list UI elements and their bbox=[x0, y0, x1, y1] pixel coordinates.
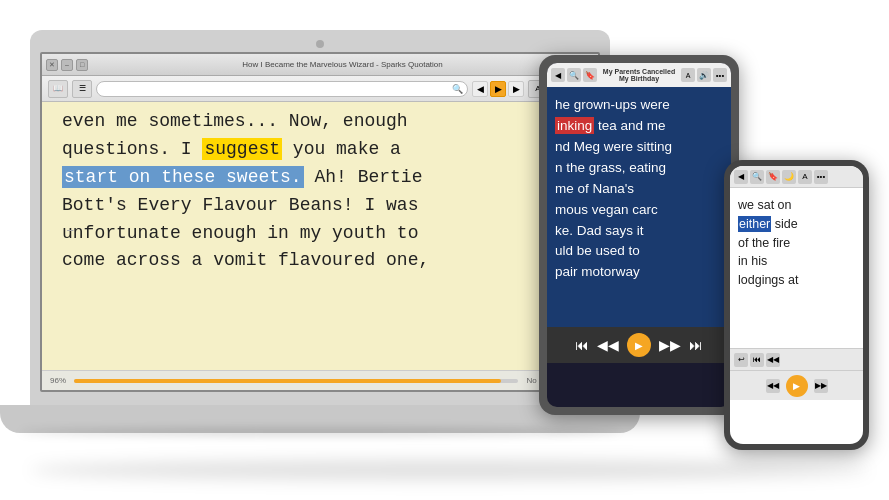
tablet-search-icon[interactable]: 🔍 bbox=[567, 68, 581, 82]
tablet-line4: me of Nana's bbox=[555, 179, 723, 200]
laptop-navbar: 📖 ☰ 🔍 ◀ ▶ ▶ A ⚙ ? bbox=[42, 76, 598, 102]
phone-line3: in his bbox=[738, 252, 855, 271]
play-btn[interactable]: ▶ bbox=[490, 81, 506, 97]
phone-player: ◀◀ ▶ ▶▶ bbox=[730, 370, 863, 400]
nav-controls: ◀ ▶ ▶ bbox=[472, 81, 524, 97]
phone-text-line3: in his bbox=[738, 254, 767, 268]
content-line6: come across a vomit flavoured one, bbox=[62, 247, 578, 275]
tablet-font-icon[interactable]: A bbox=[681, 68, 695, 82]
phone-search-icon[interactable]: 🔍 bbox=[750, 170, 764, 184]
phone-book-content: we sat on either side of the fire in his… bbox=[730, 188, 863, 348]
prev-btn[interactable]: ◀ bbox=[472, 81, 488, 97]
phone-toolbar-bottom: ↩ ⏮ ◀◀ bbox=[730, 348, 863, 370]
tablet-device: ◀ 🔍 🔖 My Parents Cancelled My Birthday A… bbox=[539, 55, 739, 415]
tablet-skip-back-btn[interactable]: ⏮ bbox=[575, 337, 589, 353]
phone-line-either: either side bbox=[738, 215, 855, 234]
phone-bookmark-icon[interactable]: 🔖 bbox=[766, 170, 780, 184]
tablet-fast-fwd-btn[interactable]: ▶▶ bbox=[659, 337, 681, 353]
tablet-drinking-word: inking bbox=[555, 117, 594, 134]
text-line1: even me sometimes... Now, enough bbox=[62, 111, 408, 131]
phone-text-line4: lodgings at bbox=[738, 273, 798, 287]
phone-back-icon[interactable]: ◀ bbox=[734, 170, 748, 184]
maximize-btn[interactable]: □ bbox=[76, 59, 88, 71]
content-line5: – unfortunate enough in my youth to – bbox=[62, 220, 578, 248]
tablet-screen: ◀ 🔍 🔖 My Parents Cancelled My Birthday A… bbox=[547, 63, 731, 407]
phone-line1: we sat on bbox=[738, 196, 855, 215]
phone-skip-back-icon[interactable]: ⏮ bbox=[750, 353, 764, 367]
laptop-camera bbox=[316, 40, 324, 48]
phone-prev-btn[interactable]: ◀◀ bbox=[766, 379, 780, 393]
window-title: How I Became the Marvelous Wizard - Spar… bbox=[91, 60, 594, 69]
menu-icon[interactable]: ☰ bbox=[72, 80, 92, 98]
laptop-screen: ✕ – □ How I Became the Marvelous Wizard … bbox=[40, 52, 600, 392]
tablet-line5: mous vegan carc bbox=[555, 200, 723, 221]
highlighted-line3: start on these sweets. bbox=[62, 166, 304, 188]
tablet-text-line2: nd Meg were sitting bbox=[555, 139, 672, 154]
progress-bar-container[interactable] bbox=[74, 379, 518, 383]
highlighted-suggest: suggest bbox=[202, 138, 282, 160]
text-line2a: questions. I bbox=[62, 139, 202, 159]
tablet-rewind-btn[interactable]: ◀◀ bbox=[597, 337, 619, 353]
next-btn[interactable]: ▶ bbox=[508, 81, 524, 97]
laptop-titlebar: ✕ – □ How I Became the Marvelous Wizard … bbox=[42, 54, 598, 76]
tablet-text-line5: mous vegan carc bbox=[555, 202, 658, 217]
tablet-text-line7: uld be used to bbox=[555, 243, 640, 258]
tablet-line7: uld be used to bbox=[555, 241, 723, 262]
tablet-book-content: he grown-ups were inking tea and me nd M… bbox=[547, 87, 731, 327]
phone-line2: of the fire bbox=[738, 234, 855, 253]
tablet-body: ◀ 🔍 🔖 My Parents Cancelled My Birthday A… bbox=[539, 55, 739, 415]
tablet-text-1b: tea and me bbox=[594, 118, 665, 133]
phone-font-icon[interactable]: A bbox=[798, 170, 812, 184]
phone-play-btn[interactable]: ▶ bbox=[786, 375, 808, 397]
tablet-toolbar: ◀ 🔍 🔖 My Parents Cancelled My Birthday A… bbox=[547, 63, 731, 87]
content-line2: questions. I suggest you make a bbox=[62, 136, 578, 164]
tablet-audio-icon[interactable]: 🔊 bbox=[697, 68, 711, 82]
text-line4: Bott's Every Flavour Beans! I was bbox=[62, 195, 418, 215]
book-icon[interactable]: 📖 bbox=[48, 80, 68, 98]
phone-more-icon[interactable]: ••• bbox=[814, 170, 828, 184]
phone-body: ◀ 🔍 🔖 🌙 A ••• we sat on either side bbox=[724, 160, 869, 450]
phone-line4: lodgings at bbox=[738, 271, 855, 290]
phone-text-line1a: we sat on bbox=[738, 198, 792, 212]
phone-rewind-icon[interactable]: ◀◀ bbox=[766, 353, 780, 367]
book-content: even me sometimes... Now, enough questio… bbox=[42, 102, 598, 283]
tablet-back-icon[interactable]: ◀ bbox=[551, 68, 565, 82]
phone-screen: ◀ 🔍 🔖 🌙 A ••• we sat on either side bbox=[730, 166, 863, 444]
tablet-more-icon[interactable]: ••• bbox=[713, 68, 727, 82]
screen-footer: 96% No page numbers bbox=[42, 370, 598, 390]
tablet-line3: n the grass, eating bbox=[555, 158, 723, 179]
search-bar[interactable]: 🔍 bbox=[96, 81, 468, 97]
tablet-bookmark-icon[interactable]: 🔖 bbox=[583, 68, 597, 82]
phone-moon-icon[interactable]: 🌙 bbox=[782, 170, 796, 184]
tablet-skip-fwd-btn[interactable]: ⏭ bbox=[689, 337, 703, 353]
content-line3: start on these sweets. Ah! Bertie bbox=[62, 164, 578, 192]
tablet-text-line8: pair motorway bbox=[555, 264, 640, 279]
search-icon: 🔍 bbox=[452, 84, 463, 94]
tablet-line1: he grown-ups were bbox=[555, 95, 723, 116]
tablet-text-line6: ke. Dad says it bbox=[555, 223, 644, 238]
laptop-body: ✕ – □ How I Became the Marvelous Wizard … bbox=[30, 30, 610, 410]
phone-text-side: side bbox=[771, 217, 797, 231]
tablet-text-line3: n the grass, eating bbox=[555, 160, 666, 175]
tablet-book-title: My Parents Cancelled My Birthday bbox=[599, 68, 679, 82]
text-line6: come across a vomit flavoured one, bbox=[62, 250, 429, 270]
tablet-text-line1a: he grown-ups were bbox=[555, 97, 670, 112]
text-line2b: you make a bbox=[282, 139, 401, 159]
minimize-btn[interactable]: – bbox=[61, 59, 73, 71]
tablet-line-drinking: inking tea and me bbox=[555, 116, 723, 137]
tablet-play-btn[interactable]: ▶ bbox=[627, 333, 651, 357]
tablet-line8: pair motorway bbox=[555, 262, 723, 283]
close-btn[interactable]: ✕ bbox=[46, 59, 58, 71]
tablet-line2: nd Meg were sitting bbox=[555, 137, 723, 158]
phone-undo-icon[interactable]: ↩ bbox=[734, 353, 748, 367]
tablet-line6: ke. Dad says it bbox=[555, 221, 723, 242]
laptop-base-shadow bbox=[20, 428, 620, 436]
phone-device: ◀ 🔍 🔖 🌙 A ••• we sat on either side bbox=[724, 160, 869, 450]
tablet-player: ⏮ ◀◀ ▶ ▶▶ ⏭ bbox=[547, 327, 731, 363]
phone-either-word: either bbox=[738, 216, 771, 232]
progress-percent: 96% bbox=[50, 376, 66, 385]
tablet-text-line4: me of Nana's bbox=[555, 181, 634, 196]
phone-next-btn[interactable]: ▶▶ bbox=[814, 379, 828, 393]
main-scene: ✕ – □ How I Became the Marvelous Wizard … bbox=[0, 0, 889, 500]
phone-text-line2: of the fire bbox=[738, 236, 790, 250]
